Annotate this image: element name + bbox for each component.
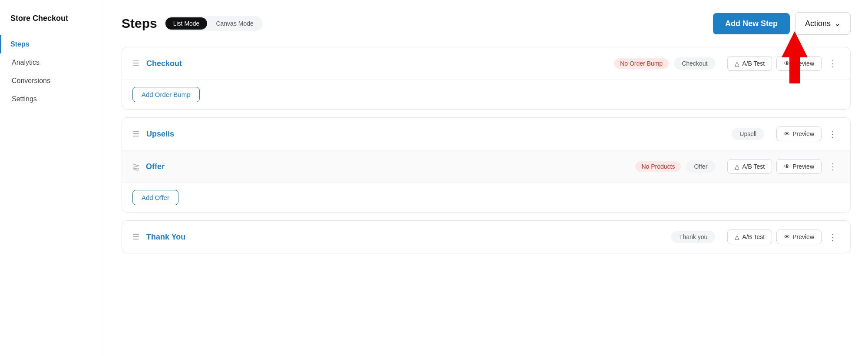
sidebar: Store Checkout Steps Analytics Conversio… xyxy=(0,0,104,356)
thank-you-step-card: ☰ Thank You Thank you △ A/B Test 👁 Previ… xyxy=(122,220,851,253)
header-right: Add New Step Actions ⌄ xyxy=(713,12,851,35)
canvas-mode-button[interactable]: Canvas Mode xyxy=(208,17,261,30)
eye-icon-offer: 👁 xyxy=(784,163,790,170)
upsells-step-name[interactable]: Upsells xyxy=(146,130,726,139)
main-content: Steps List Mode Canvas Mode Add New Step… xyxy=(104,0,868,356)
thank-you-more-button[interactable]: ⋮ xyxy=(826,230,840,244)
add-order-bump-row: Add Order Bump xyxy=(122,80,850,109)
thank-you-preview-button[interactable]: 👁 Preview xyxy=(776,230,822,244)
sidebar-item-analytics[interactable]: Analytics xyxy=(0,53,104,72)
checkout-type-badge: Checkout xyxy=(674,57,715,70)
checkout-step-name[interactable]: Checkout xyxy=(146,59,609,68)
upsells-row-actions: 👁 Preview ⋮ xyxy=(776,126,840,141)
offer-more-button[interactable]: ⋮ xyxy=(826,160,840,173)
page-title: Steps xyxy=(122,16,157,31)
header-left: Steps List Mode Canvas Mode xyxy=(122,16,263,31)
sidebar-title: Store Checkout xyxy=(0,14,104,35)
offer-row-actions: △ A/B Test 👁 Preview ⋮ xyxy=(727,159,840,174)
thank-you-ab-test-button[interactable]: △ A/B Test xyxy=(727,230,772,244)
sidebar-item-conversions[interactable]: Conversions xyxy=(0,72,104,90)
ab-icon-offer: △ xyxy=(735,163,739,170)
list-mode-button[interactable]: List Mode xyxy=(165,17,208,30)
ab-icon-thankyou: △ xyxy=(735,233,739,240)
add-order-bump-button[interactable]: Add Order Bump xyxy=(132,87,200,102)
sidebar-item-settings[interactable]: Settings xyxy=(0,90,104,108)
checkout-ab-test-button[interactable]: △ A/B Test xyxy=(727,56,772,71)
upsells-preview-button[interactable]: 👁 Preview xyxy=(776,126,822,141)
actions-button[interactable]: Actions ⌄ xyxy=(795,12,851,35)
no-products-badge: No Products xyxy=(635,161,681,172)
checkout-step-card: ☰ Checkout No Order Bump Checkout △ A/B … xyxy=(122,47,851,110)
add-new-step-button[interactable]: Add New Step xyxy=(713,13,790,34)
checkout-more-button[interactable]: ⋮ xyxy=(826,57,840,70)
upsells-step-card: ☰ Upsells Upsell 👁 Preview ⋮ ⪆ Offer No … xyxy=(122,117,851,213)
checkout-step-row: ☰ Checkout No Order Bump Checkout △ A/B … xyxy=(122,47,850,80)
checkout-preview-button[interactable]: 👁 Preview xyxy=(776,56,822,71)
drag-icon: ☰ xyxy=(132,59,139,68)
drag-icon-thankyou: ☰ xyxy=(132,232,139,242)
steps-list: ☰ Checkout No Order Bump Checkout △ A/B … xyxy=(122,47,851,253)
chevron-down-icon: ⌄ xyxy=(834,19,841,28)
offer-preview-button[interactable]: 👁 Preview xyxy=(776,159,822,174)
drag-icon-upsells: ☰ xyxy=(132,129,139,139)
offer-sub-row: ⪆ Offer No Products Offer △ A/B Test 👁 P… xyxy=(122,150,850,183)
thank-you-row-actions: △ A/B Test 👁 Preview ⋮ xyxy=(727,230,840,244)
no-order-bump-badge: No Order Bump xyxy=(614,58,669,69)
upsells-type-badge: Upsell xyxy=(732,128,764,140)
page-header: Steps List Mode Canvas Mode Add New Step… xyxy=(122,12,851,35)
offer-step-name[interactable]: Offer xyxy=(146,162,630,171)
sort-chevron-icon: ⪆ xyxy=(132,161,140,172)
sidebar-item-steps[interactable]: Steps xyxy=(0,35,104,53)
eye-icon: 👁 xyxy=(784,60,790,67)
upsells-more-button[interactable]: ⋮ xyxy=(826,127,840,141)
upsells-step-row: ☰ Upsells Upsell 👁 Preview ⋮ xyxy=(122,118,850,150)
add-offer-row: Add Offer xyxy=(122,183,850,212)
thank-you-step-row: ☰ Thank You Thank you △ A/B Test 👁 Previ… xyxy=(122,221,850,253)
ab-icon: △ xyxy=(735,60,739,67)
sidebar-nav: Steps Analytics Conversions Settings xyxy=(0,35,104,108)
mode-toggle: List Mode Canvas Mode xyxy=(164,16,263,31)
eye-icon-thankyou: 👁 xyxy=(784,233,790,240)
eye-icon-upsells: 👁 xyxy=(784,130,790,137)
thank-you-type-badge: Thank you xyxy=(671,231,715,243)
offer-type-badge: Offer xyxy=(686,160,715,173)
thank-you-step-name[interactable]: Thank You xyxy=(146,233,666,242)
checkout-row-actions: △ A/B Test 👁 Preview ⋮ xyxy=(727,56,840,71)
offer-ab-test-button[interactable]: △ A/B Test xyxy=(727,159,772,174)
add-offer-button[interactable]: Add Offer xyxy=(132,190,178,205)
